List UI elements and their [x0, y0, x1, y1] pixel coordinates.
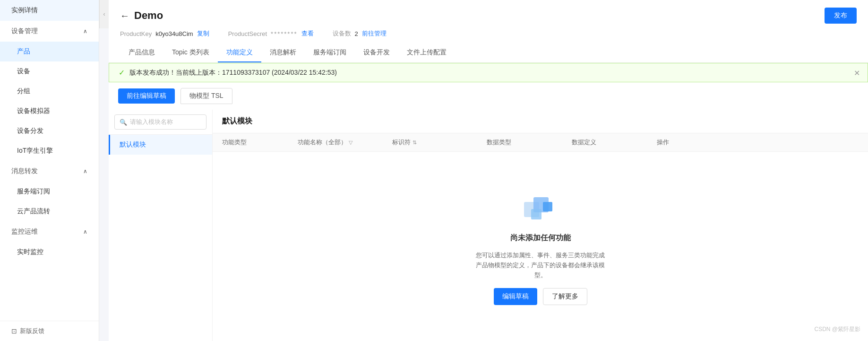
tab-feature-definition[interactable]: 功能定义 — [218, 44, 261, 62]
view-link[interactable]: 查看 — [301, 29, 314, 38]
th-action: 操作 — [657, 138, 859, 147]
tab-product-info[interactable]: 产品信息 — [120, 44, 163, 62]
tab-device-dev[interactable]: 设备开发 — [355, 44, 398, 62]
title-left: ← Demo — [120, 9, 163, 22]
main-content: ← Demo 发布 ProductKey k0yo34u8Cim 复制 Prod… — [109, 0, 868, 341]
search-icon: 🔍 — [120, 119, 127, 126]
chevron-up-icon: ∧ — [83, 228, 87, 235]
copy-link[interactable]: 复制 — [197, 29, 209, 38]
sidebar-item-cloud-flow[interactable]: 云产品流转 — [0, 201, 99, 221]
sub-tab-tsl-model[interactable]: 物模型 TSL — [180, 88, 232, 104]
sort-icon[interactable]: ⇅ — [413, 140, 417, 146]
product-secret-label: ProductSecret — [228, 30, 267, 37]
th-data-type: 数据类型 — [487, 138, 572, 147]
content-area: ✓ 版本发布成功！当前线上版本：1711093373107 (2024/03/2… — [109, 63, 868, 341]
empty-state-actions: 编辑草稿 了解更多 — [494, 288, 587, 305]
sidebar-item-device-simulator[interactable]: 设备模拟器 — [0, 101, 99, 121]
sidebar: 实例详情 设备管理 ∧ 产品 设备 分组 设备模拟器 设备分发 IoT孪生引擎 … — [0, 0, 99, 341]
sidebar-item-product[interactable]: 产品 — [0, 42, 99, 61]
edit-draft-button[interactable]: 编辑草稿 — [494, 288, 537, 305]
empty-state: 尚未添加任何功能 您可以通过添加属性、事件、服务三类功能完成产品物模型的定义，产… — [213, 152, 868, 341]
watermark: CSDN @紫阡星影 — [814, 325, 860, 333]
manage-link[interactable]: 前往管理 — [362, 29, 387, 38]
tab-service-subscription[interactable]: 服务端订阅 — [305, 44, 355, 62]
product-key-label: ProductKey — [120, 30, 152, 37]
back-button[interactable]: ← — [120, 10, 129, 21]
product-secret-meta: ProductSecret ******** 查看 — [228, 29, 314, 38]
svg-rect-3 — [531, 209, 541, 219]
sidebar-item-realtime-monitor[interactable]: 实时监控 — [0, 242, 99, 262]
title-row: ← Demo 发布 — [120, 8, 857, 24]
device-count-meta: 设备数 2 前往管理 — [333, 29, 387, 38]
sidebar-group-monitoring[interactable]: 监控运维 ∧ — [0, 221, 99, 242]
empty-state-desc: 您可以通过添加属性、事件、服务三类功能完成产品物模型的定义，产品下的设备都会继承… — [474, 251, 607, 280]
content-body: 🔍 请输入模块名称 默认模块 默认模块 功能类型 — [109, 110, 868, 341]
th-feature-name: 功能名称（全部） ▽ — [298, 138, 392, 147]
publish-button[interactable]: 发布 — [825, 8, 857, 24]
banner-text: 版本发布成功！当前线上版本：1711093373107 (2024/03/22 … — [129, 69, 337, 77]
page-header: ← Demo 发布 ProductKey k0yo34u8Cim 复制 Prod… — [109, 0, 868, 63]
sidebar-footer-feedback[interactable]: ⊡ 新版反馈 — [0, 321, 99, 341]
right-panel-title: 默认模块 — [222, 117, 252, 125]
sidebar-item-device[interactable]: 设备 — [0, 61, 99, 81]
th-identifier: 标识符 ⇅ — [392, 138, 487, 147]
filter-icon[interactable]: ▽ — [349, 140, 352, 146]
module-list: 默认模块 — [109, 135, 212, 341]
product-key-value: k0yo34u8Cim — [155, 30, 193, 37]
sidebar-item-group[interactable]: 分组 — [0, 81, 99, 101]
action-bar: 前往编辑草稿 物模型 TSL — [109, 82, 868, 110]
tab-file-upload[interactable]: 文件上传配置 — [398, 44, 455, 62]
page-title: Demo — [134, 9, 163, 22]
right-panel-header: 默认模块 — [213, 110, 868, 133]
sidebar-group-device-management[interactable]: 设备管理 ∧ — [0, 21, 99, 42]
device-count-label: 设备数 — [333, 29, 351, 38]
sidebar-item-service-subscription[interactable]: 服务端订阅 — [0, 182, 99, 201]
success-banner: ✓ 版本发布成功！当前线上版本：1711093373107 (2024/03/2… — [109, 63, 868, 82]
check-circle-icon: ✓ — [119, 68, 125, 77]
sidebar-item-instance-detail[interactable]: 实例详情 — [0, 0, 99, 21]
svg-rect-2 — [543, 202, 552, 211]
sub-tab-edit-draft[interactable]: 前往编辑草稿 — [118, 88, 175, 104]
device-count-value: 2 — [355, 30, 358, 37]
banner-close-button[interactable]: ✕ — [854, 68, 860, 77]
tab-message-parse[interactable]: 消息解析 — [261, 44, 305, 62]
sidebar-collapse-button[interactable]: ‹ — [99, 0, 109, 28]
sidebar-group-message-forwarding[interactable]: 消息转发 ∧ — [0, 161, 99, 182]
empty-state-icon — [522, 188, 559, 226]
left-panel: 🔍 请输入模块名称 默认模块 — [109, 110, 213, 341]
feedback-icon: ⊡ — [11, 327, 17, 335]
meta-row: ProductKey k0yo34u8Cim 复制 ProductSecret … — [120, 29, 857, 38]
empty-state-title: 尚未添加任何功能 — [510, 233, 571, 243]
main-tabs: 产品信息 Topic 类列表 功能定义 消息解析 服务端订阅 设备开发 文件上传… — [120, 44, 857, 62]
tab-topic-list[interactable]: Topic 类列表 — [163, 44, 218, 62]
th-feature-type: 功能类型 — [222, 138, 298, 147]
product-secret-value: ******** — [271, 30, 297, 37]
sidebar-item-iot-lifecycle[interactable]: IoT孪生引擎 — [0, 141, 99, 161]
search-box: 🔍 请输入模块名称 — [109, 110, 212, 135]
table-header: 功能类型 功能名称（全部） ▽ 标识符 ⇅ 数据类型 数据定义 — [213, 133, 868, 152]
sidebar-item-device-distribution[interactable]: 设备分发 — [0, 121, 99, 141]
chevron-up-icon: ∧ — [83, 168, 87, 175]
th-data-def: 数据定义 — [572, 138, 657, 147]
chevron-up-icon: ∧ — [83, 28, 87, 35]
module-search-input[interactable]: 🔍 请输入模块名称 — [114, 114, 206, 130]
product-key-meta: ProductKey k0yo34u8Cim 复制 — [120, 29, 209, 38]
module-item-default[interactable]: 默认模块 — [109, 135, 212, 155]
learn-more-button[interactable]: 了解更多 — [543, 288, 587, 305]
right-panel: 默认模块 功能类型 功能名称（全部） ▽ 标识符 ⇅ 数据类型 — [213, 110, 868, 341]
